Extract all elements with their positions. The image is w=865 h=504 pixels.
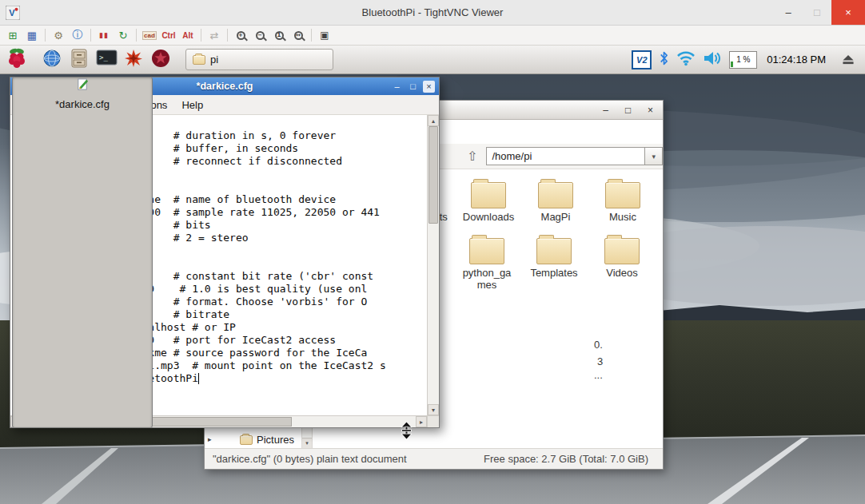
path-dropdown-button[interactable]: ▾ (645, 147, 663, 165)
fm-close-button[interactable]: × (644, 105, 656, 116)
file-fragment: 0. (594, 339, 603, 351)
zoom-auto-icon: ↔ (294, 31, 303, 40)
refresh-button[interactable]: ↻ (114, 27, 132, 44)
volume-icon[interactable] (703, 50, 722, 69)
browser-button[interactable] (40, 48, 64, 72)
mouse-cursor-vertical-resize-icon (401, 422, 413, 442)
scroll-down-icon[interactable]: ▾ (302, 438, 312, 448)
file-cabinet-icon (70, 49, 88, 71)
folder-icon (536, 238, 572, 264)
folder-item-magpi[interactable]: MagPi (524, 182, 587, 223)
wifi-icon[interactable] (676, 50, 696, 69)
svg-text:V: V (9, 8, 15, 18)
save-session-button[interactable]: ▦ (23, 27, 41, 44)
editor-minimize-button[interactable]: – (391, 81, 403, 93)
mathematica-icon (124, 49, 143, 71)
editor-maximize-button[interactable]: □ (407, 81, 419, 93)
zoom-auto-button[interactable]: ↔ (289, 27, 307, 44)
system-tray: V2 1 % 01:24:18 PM (632, 50, 860, 69)
scroll-right-button[interactable]: ▸ (416, 416, 427, 427)
terminal-button[interactable]: >_ (94, 48, 118, 72)
new-connection-button[interactable]: ⊞ (4, 27, 22, 44)
fm-maximize-button[interactable]: □ (622, 105, 634, 116)
wolfram-icon (151, 49, 170, 71)
text-editor-icon (76, 77, 90, 93)
wolfram-button[interactable] (149, 48, 173, 72)
toolbar-separator (136, 29, 137, 42)
vertical-scrollbar[interactable]: ▴ ▾ (427, 115, 439, 415)
zoom-out-icon: − (256, 31, 265, 40)
clock[interactable]: 01:24:18 PM (767, 54, 826, 65)
folder-icon (193, 55, 205, 65)
toolbar-separator (90, 29, 91, 42)
close-button[interactable]: × (831, 0, 865, 25)
scroll-up-button[interactable]: ▴ (428, 115, 439, 126)
refresh-icon: ↻ (119, 30, 128, 42)
zoom-in-icon: + (237, 31, 245, 40)
file-fragment: 3 (597, 355, 603, 367)
file-fragment: ... (594, 369, 603, 381)
sidepane-item-label: Pictures (257, 434, 294, 446)
vnc-window-title: BluetoothPi - TightVNC Viewer (0, 6, 865, 18)
zoom-in-button[interactable]: + (232, 27, 249, 44)
fullscreen-button[interactable]: ▣ (316, 27, 333, 44)
sidepane-item-pictures[interactable]: Pictures (240, 434, 294, 446)
folder-icon (538, 182, 573, 208)
file-manager-button[interactable] (67, 48, 91, 72)
task-label: pi (210, 54, 218, 65)
info-icon: ⓘ (73, 28, 83, 42)
terminal-icon: >_ (96, 50, 118, 70)
resize-corner[interactable] (427, 415, 439, 427)
menu-button[interactable] (5, 48, 29, 72)
connection-options-button[interactable]: ⚙ (50, 27, 67, 44)
fm-minimize-button[interactable]: – (600, 105, 612, 116)
ctrl-alt-del-icon: cad (142, 31, 157, 40)
task-label: *darkice.cfg (55, 98, 110, 110)
alt-button[interactable]: Alt (179, 27, 197, 44)
pause-icon: ▮▮ (99, 31, 109, 39)
path-input[interactable] (486, 147, 645, 165)
maximize-button[interactable]: □ (803, 0, 831, 25)
folder-item-videos[interactable]: Videos (591, 238, 653, 279)
zoom-out-button[interactable]: − (251, 27, 269, 44)
folder-item-downloads[interactable]: Downloads (457, 182, 520, 223)
connection-info-button[interactable]: ⓘ (69, 27, 86, 44)
vertical-scroll-thumb[interactable] (429, 126, 438, 224)
toolbar-separator (311, 29, 312, 42)
chevron-down-icon: ▾ (652, 153, 656, 161)
folder-icon (471, 182, 506, 208)
fm-status-bar: "darkice.cfg" (0 bytes) plain text docum… (205, 448, 663, 469)
folder-icon (605, 182, 640, 208)
file-transfer-icon: ⇄ (210, 30, 219, 42)
bluetooth-icon[interactable] (659, 50, 669, 69)
toolbar-separator (45, 29, 46, 42)
pause-button[interactable]: ▮▮ (95, 27, 113, 44)
folder-item-templates[interactable]: Templates (523, 238, 585, 279)
toolbar-separator (201, 29, 201, 42)
file-transfer-button[interactable]: ⇄ (205, 27, 223, 44)
ctrl-alt-del-button[interactable]: cad (141, 27, 158, 44)
zoom-100-button[interactable]: 1 (270, 27, 288, 44)
vnc-server-tray-icon[interactable]: V2 (632, 50, 652, 69)
gear-icon: ⚙ (54, 30, 63, 42)
scroll-down-button[interactable]: ▾ (428, 404, 439, 415)
toolbar-separator (227, 29, 228, 42)
minimize-button[interactable]: – (774, 0, 803, 25)
raspberry-icon (7, 47, 26, 72)
cpu-monitor: 1 % (729, 51, 757, 69)
mathematica-button[interactable] (122, 48, 145, 72)
ctrl-button[interactable]: Ctrl (160, 27, 177, 44)
text-caret (198, 373, 199, 384)
folder-icon (469, 238, 504, 264)
task-button-darkice[interactable]: *darkice.cfg (12, 77, 153, 428)
vnc-titlebar: V BluetoothPi - TightVNC Viewer – □ × (0, 0, 865, 26)
folder-item-python-games[interactable]: python_games (456, 238, 518, 291)
zoom-100-icon: 1 (275, 31, 284, 40)
eject-icon[interactable] (841, 54, 855, 65)
tree-expander-icon[interactable]: ▸ (208, 435, 212, 443)
menu-help[interactable]: Help (174, 95, 210, 114)
task-button-pi[interactable]: pi (185, 49, 333, 70)
folder-item-music[interactable]: Music (592, 182, 654, 223)
up-button[interactable]: ⇧ (462, 147, 482, 166)
editor-close-button[interactable]: × (423, 81, 435, 93)
